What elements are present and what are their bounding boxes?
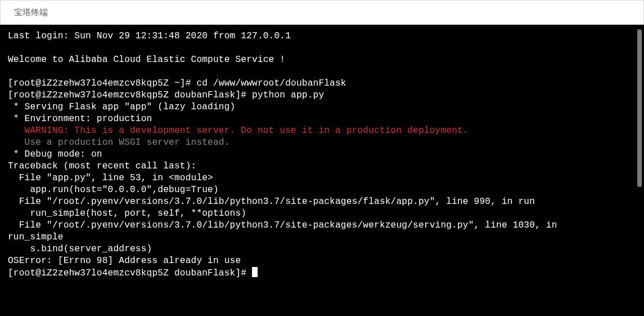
- line-tb-code3: s.bind(server_address): [8, 244, 152, 254]
- line-welcome: Welcome to Alibaba Cloud Elastic Compute…: [8, 55, 285, 65]
- line-flask-debug: * Debug mode: on: [8, 149, 102, 159]
- terminal-output[interactable]: Last login: Sun Nov 29 12:31:48 2020 fro…: [0, 25, 644, 279]
- line-tb-code2: run_simple(host, port, self, **options): [8, 208, 246, 219]
- line-cmd-cd: [root@iZ2zehw37lo4emzcv8kqp5Z ~]# cd /ww…: [8, 78, 346, 88]
- line-prompt[interactable]: [root@iZ2zehw37lo4emzcv8kqp5Z doubanFlas…: [8, 268, 252, 278]
- modal-title: 宝塔终端: [14, 7, 48, 18]
- line-tb-file2: File "/root/.pyenv/versions/3.7.0/lib/py…: [8, 197, 535, 207]
- line-flask-warning: WARNING: This is a development server. D…: [8, 126, 469, 136]
- line-flask-serving: * Serving Flask app "app" (lazy loading): [8, 102, 235, 112]
- line-tb-file1: File "app.py", line 53, in <module>: [8, 173, 213, 183]
- line-flask-env: * Environment: production: [8, 114, 152, 124]
- line-last-login: Last login: Sun Nov 29 12:31:48 2020 fro…: [8, 31, 291, 41]
- cursor-icon: [252, 267, 258, 277]
- line-oserror: OSError: [Errno 98] Address already in u…: [8, 256, 241, 266]
- line-tb-file3-wrap: run_simple: [8, 232, 64, 242]
- line-tb-file3: File "/root/.pyenv/versions/3.7.0/lib/py…: [8, 220, 562, 230]
- line-flask-hint: Use a production WSGI server instead.: [8, 137, 230, 148]
- terminal-area[interactable]: Last login: Sun Nov 29 12:31:48 2020 fro…: [0, 25, 644, 316]
- line-cmd-python: [root@iZ2zehw37lo4emzcv8kqp5Z doubanFlas…: [8, 90, 324, 100]
- line-traceback: Traceback (most recent call last):: [8, 161, 196, 171]
- terminal-modal: 宝塔终端 Last login: Sun Nov 29 12:31:48 202…: [0, 0, 644, 316]
- modal-header: 宝塔终端: [0, 0, 644, 25]
- scrollbar-thumb[interactable]: [637, 29, 642, 187]
- line-tb-code1: app.run(host="0.0.0.0",debug=True): [8, 185, 219, 195]
